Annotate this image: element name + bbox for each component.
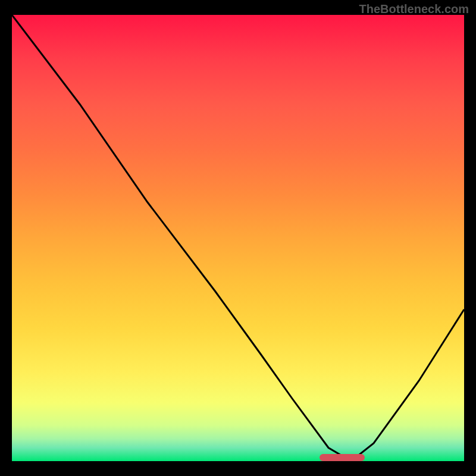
- bottleneck-curve: [12, 15, 464, 461]
- chart-area: [12, 15, 464, 461]
- attribution-text: TheBottleneck.com: [359, 2, 469, 16]
- optimal-zone-marker: [320, 454, 365, 461]
